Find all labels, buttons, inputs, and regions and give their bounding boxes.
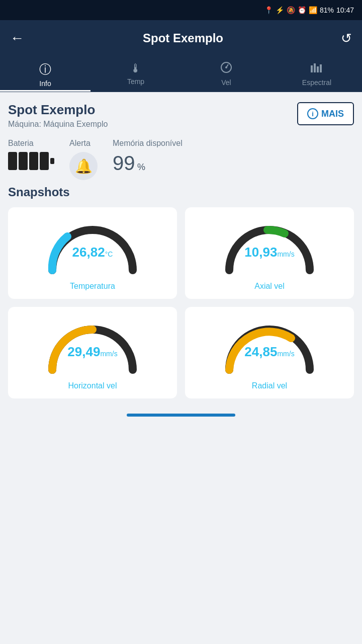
gauge-axial-label: Axial vel: [254, 282, 285, 291]
battery-bar-4: [40, 152, 49, 170]
gauges-grid: 26,82°C Temperatura 10,93mm/s Axial vel: [8, 207, 354, 398]
svg-rect-4: [317, 66, 319, 72]
gauge-horizontal-unit: mm/s: [100, 350, 117, 358]
tab-info-label: Info: [39, 79, 51, 88]
status-icons: 📍 ⚡ 🔕 ⏰ 📶 81% 10:47: [264, 6, 354, 14]
spot-info: Spot Exemplo Máquina: Máquina Exemplo: [8, 102, 108, 129]
tab-bar: ⓘ Info 🌡 Temp Vel Espectral: [0, 56, 362, 92]
battery-tip: [50, 158, 54, 164]
gauge-temperatura-value-container: 26,82°C: [72, 245, 113, 260]
alert-stat: Alerta 🔔: [69, 139, 98, 180]
gauge-temperatura-unit: °C: [105, 250, 113, 258]
svg-rect-2: [311, 65, 313, 72]
tab-vel[interactable]: Vel: [181, 56, 272, 92]
alarm-icon: ⏰: [298, 6, 306, 14]
gauge-radial-value-container: 24,85mm/s: [244, 344, 294, 360]
wifi-icon: 📶: [309, 6, 317, 14]
svg-rect-5: [320, 64, 322, 72]
tab-espectral[interactable]: Espectral: [272, 56, 362, 92]
gauge-axial-value-container: 10,93mm/s: [244, 245, 294, 260]
gauge-radial-wrapper: 24,85mm/s: [219, 317, 320, 377]
battery-status: 81%: [320, 6, 334, 14]
tab-espectral-label: Espectral: [302, 78, 331, 87]
memory-unit: %: [137, 162, 145, 172]
bottom-scroll-indicator: [127, 414, 235, 417]
memory-stat: Memória disponível 99 %: [113, 139, 183, 175]
mais-info-icon: i: [307, 108, 318, 119]
gauge-temperatura: 26,82°C Temperatura: [8, 207, 177, 299]
gauge-temperatura-wrapper: 26,82°C: [42, 217, 143, 278]
gauge-temperatura-value: 26,82: [72, 245, 105, 260]
battery-bar-1: [8, 152, 17, 170]
gauge-axial: 10,93mm/s Axial vel: [185, 207, 354, 299]
battery-bar-2: [19, 152, 28, 170]
battery-icon: [8, 152, 54, 170]
svg-point-1: [225, 66, 227, 68]
tab-info[interactable]: ⓘ Info: [0, 56, 90, 92]
gauge-horizontal-wrapper: 29,49mm/s: [42, 317, 143, 377]
memory-value: 99: [113, 152, 135, 174]
time-display: 10:47: [336, 6, 354, 14]
spot-name: Spot Exemplo: [8, 102, 108, 118]
app-header: ← Spot Exemplo ↺: [0, 20, 362, 56]
info-tab-icon: ⓘ: [39, 61, 51, 77]
bell-container: 🔔: [69, 152, 98, 180]
snapshots-title: Snapshots: [8, 185, 354, 199]
gauge-horizontal-label: Horizontal vel: [68, 381, 117, 390]
status-bar: 📍 ⚡ 🔕 ⏰ 📶 81% 10:47: [0, 0, 362, 20]
tab-temp-label: Temp: [127, 77, 144, 86]
espectral-tab-icon: [310, 61, 324, 76]
memory-label: Memória disponível: [113, 139, 183, 148]
location-icon: 📍: [264, 6, 273, 14]
alert-label: Alerta: [69, 139, 90, 148]
memory-value-row: 99 %: [113, 152, 145, 175]
bell-icon: 🔔: [75, 158, 93, 175]
stats-row: Bateria Alerta 🔔 Memória disponível 99 %: [8, 139, 354, 180]
battery-label: Bateria: [8, 139, 34, 148]
mute-icon: 🔕: [287, 6, 295, 14]
bluetooth-icon: ⚡: [276, 6, 284, 14]
gauge-temperatura-label: Temperatura: [70, 282, 115, 291]
tab-vel-label: Vel: [221, 78, 231, 87]
mais-button[interactable]: i MAIS: [297, 102, 354, 125]
back-button[interactable]: ←: [10, 30, 24, 46]
gauge-radial: 24,85mm/s Radial vel: [185, 307, 354, 398]
gauge-horizontal: 29,49mm/s Horizontal vel: [8, 307, 177, 398]
info-header: Spot Exemplo Máquina: Máquina Exemplo i …: [8, 102, 354, 129]
gauge-radial-unit: mm/s: [277, 350, 294, 358]
page-title: Spot Exemplo: [34, 31, 332, 45]
refresh-button[interactable]: ↺: [341, 31, 352, 46]
vel-tab-icon: [219, 61, 233, 76]
battery-stat: Bateria: [8, 139, 54, 170]
tab-temp[interactable]: 🌡 Temp: [90, 56, 181, 92]
gauge-horizontal-value: 29,49: [67, 344, 100, 359]
svg-rect-3: [314, 63, 316, 72]
mais-label: MAIS: [321, 109, 344, 119]
gauge-axial-wrapper: 10,93mm/s: [219, 217, 320, 278]
main-content: Spot Exemplo Máquina: Máquina Exemplo i …: [0, 92, 362, 409]
battery-bar-3: [29, 152, 38, 170]
temp-tab-icon: 🌡: [130, 61, 142, 75]
gauge-radial-label: Radial vel: [252, 381, 287, 390]
machine-name: Máquina: Máquina Exemplo: [8, 120, 108, 129]
gauge-axial-unit: mm/s: [277, 250, 294, 258]
gauge-axial-value: 10,93: [244, 245, 277, 260]
gauge-radial-value: 24,85: [244, 344, 277, 359]
gauge-horizontal-value-container: 29,49mm/s: [67, 344, 117, 360]
